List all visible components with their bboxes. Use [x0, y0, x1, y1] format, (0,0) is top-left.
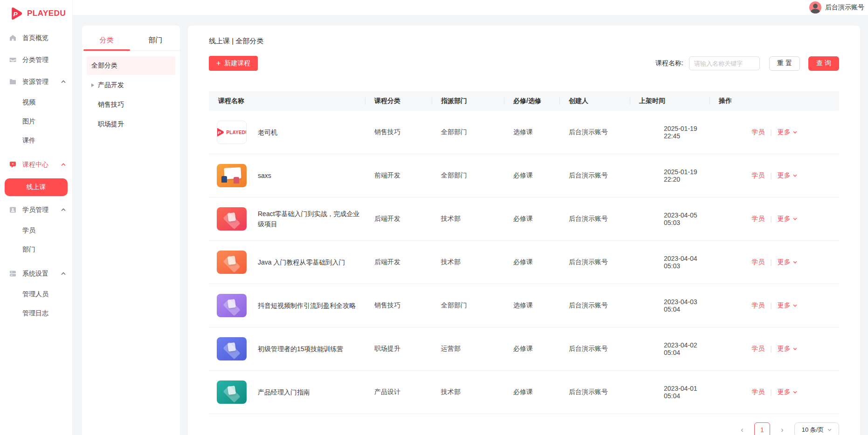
- new-course-button[interactable]: + 新建课程: [209, 56, 258, 71]
- action-separator: |: [770, 258, 772, 266]
- chevron-down-icon: [793, 391, 797, 394]
- sidebar-item-student-management[interactable]: 学员管理: [0, 199, 72, 221]
- chevron-up-icon: [61, 163, 66, 166]
- more-label: 更多: [778, 215, 791, 223]
- chevron-down-icon: [793, 261, 797, 264]
- members-link[interactable]: 学员: [751, 215, 765, 223]
- sidebar-item-label: 学员管理: [22, 206, 61, 214]
- cell-publish-time: 2023-04-01 05:04: [630, 385, 710, 400]
- cell-category: 后端开发: [365, 258, 432, 266]
- page-size-select[interactable]: 10 条/页: [794, 422, 839, 435]
- course-thumbnail: [217, 207, 247, 231]
- more-label: 更多: [778, 171, 791, 180]
- cell-department: 全部部门: [432, 301, 504, 310]
- more-label: 更多: [778, 258, 791, 266]
- cell-department: 技术部: [432, 388, 504, 396]
- reset-button[interactable]: 重 置: [769, 56, 800, 71]
- chevron-down-icon: [793, 347, 797, 350]
- more-dropdown[interactable]: 更多: [778, 388, 797, 396]
- category-item-career-growth[interactable]: 职场提升: [87, 115, 175, 134]
- cell-type: 必修课: [504, 171, 559, 180]
- sidebar-item-label: 分类管理: [22, 56, 66, 64]
- next-page-button[interactable]: ›: [776, 422, 789, 435]
- account-name: 后台演示账号: [825, 3, 864, 12]
- col-header-actions: 操作: [710, 91, 839, 111]
- cell-type: 必修课: [504, 388, 559, 396]
- cell-creator: 后台演示账号: [559, 388, 630, 396]
- pagination: ‹ 1 › 10 条/页: [209, 422, 839, 435]
- members-link[interactable]: 学员: [751, 301, 765, 310]
- sidebar-item-label: 部门: [22, 245, 35, 254]
- col-header-category: 课程分类: [365, 91, 432, 111]
- cell-creator: 后台演示账号: [559, 215, 630, 223]
- action-separator: |: [770, 172, 772, 179]
- sidebar-item-label: 课件: [22, 136, 35, 145]
- tab-category[interactable]: 分类: [82, 32, 131, 50]
- members-link[interactable]: 学员: [751, 345, 765, 353]
- action-separator: |: [770, 129, 772, 136]
- table-row: React零基础入门到实战，完成企业级项目 后端开发 技术部 必修课 后台演示账…: [209, 197, 839, 241]
- category-item-all[interactable]: 全部分类: [87, 56, 175, 75]
- sidebar-item-videos[interactable]: 视频: [0, 93, 72, 112]
- page-number-1[interactable]: 1: [754, 422, 770, 435]
- members-link[interactable]: 学员: [751, 258, 765, 266]
- sidebar-item-students[interactable]: 学员: [0, 221, 72, 240]
- expander-triangle-icon[interactable]: [91, 83, 94, 87]
- sidebar-item-online-course-active[interactable]: 线上课: [5, 178, 68, 196]
- playedu-logo-icon: P: [217, 127, 225, 137]
- more-dropdown[interactable]: 更多: [778, 171, 797, 180]
- toolbar: + 新建课程 课程名称: 重 置 查 询: [209, 56, 839, 71]
- query-button[interactable]: 查 询: [808, 56, 839, 71]
- members-link[interactable]: 学员: [751, 388, 765, 396]
- table-row: Java 入门教程从零基础到入门 后端开发 技术部 必修课 后台演示账号 202…: [209, 241, 839, 284]
- category-item-product-dev[interactable]: 产品开发: [87, 76, 175, 95]
- cell-department: 全部部门: [432, 128, 504, 136]
- chevron-down-icon: [827, 428, 832, 431]
- course-title: React零基础入门到实战，完成企业级项目: [258, 209, 365, 229]
- category-panel: 分类 部门 全部分类 产品开发 销售技巧 职场提升: [82, 26, 180, 435]
- folder-icon: [9, 78, 16, 85]
- account-menu[interactable]: 后台演示账号: [809, 1, 864, 14]
- cell-type: 必修课: [504, 258, 559, 266]
- action-separator: |: [770, 345, 772, 353]
- cell-department: 技术部: [432, 215, 504, 223]
- category-item-sales-skills[interactable]: 销售技巧: [87, 95, 175, 114]
- sidebar-item-admin-logs[interactable]: 管理日志: [0, 304, 72, 323]
- sidebar-item-courseware[interactable]: 课件: [0, 131, 72, 150]
- sidebar-item-label: 首页概览: [22, 34, 66, 42]
- more-label: 更多: [778, 388, 791, 396]
- sidebar-item-images[interactable]: 图片: [0, 112, 72, 131]
- chevron-up-icon: [61, 80, 66, 83]
- more-dropdown[interactable]: 更多: [778, 301, 797, 310]
- more-dropdown[interactable]: 更多: [778, 128, 797, 136]
- sidebar-item-resources[interactable]: 资源管理: [0, 71, 72, 93]
- col-header-creator: 创建人: [559, 91, 630, 111]
- brand-name: PLAYEDU: [226, 130, 247, 135]
- sidebar-item-label: 资源管理: [22, 78, 61, 86]
- more-dropdown[interactable]: 更多: [778, 215, 797, 223]
- sidebar-item-system-settings[interactable]: 系统设置: [0, 263, 72, 285]
- members-link[interactable]: 学员: [751, 128, 765, 136]
- sidebar-item-course-center[interactable]: 课程中心: [0, 154, 72, 176]
- brand-logo[interactable]: P PLAYEDU: [0, 0, 72, 22]
- course-table: 课程名称 课程分类 指派部门 必修/选修 创建人 上架时间 操作 P PLAYE…: [209, 91, 839, 414]
- sidebar-item-categories[interactable]: 分类管理: [0, 49, 72, 71]
- tab-department[interactable]: 部门: [131, 32, 180, 50]
- chevron-down-icon: [793, 174, 797, 177]
- more-dropdown[interactable]: 更多: [778, 345, 797, 353]
- sidebar-item-administrators[interactable]: 管理人员: [0, 285, 72, 304]
- cell-category: 销售技巧: [365, 128, 432, 136]
- cell-publish-time: 2023-04-05 05:03: [630, 211, 710, 226]
- plus-icon: +: [216, 60, 220, 67]
- prev-page-button[interactable]: ‹: [736, 422, 749, 435]
- sidebar-item-departments[interactable]: 部门: [0, 240, 72, 259]
- topbar: 后台演示账号: [73, 0, 868, 15]
- more-label: 更多: [778, 301, 791, 310]
- members-link[interactable]: 学员: [751, 171, 765, 180]
- action-separator: |: [770, 388, 772, 396]
- more-dropdown[interactable]: 更多: [778, 258, 797, 266]
- category-icon: [9, 56, 16, 63]
- course-name-input[interactable]: [689, 56, 760, 70]
- sidebar-item-dashboard[interactable]: 首页概览: [0, 27, 72, 49]
- category-list: 全部分类 产品开发 销售技巧 职场提升: [82, 51, 180, 134]
